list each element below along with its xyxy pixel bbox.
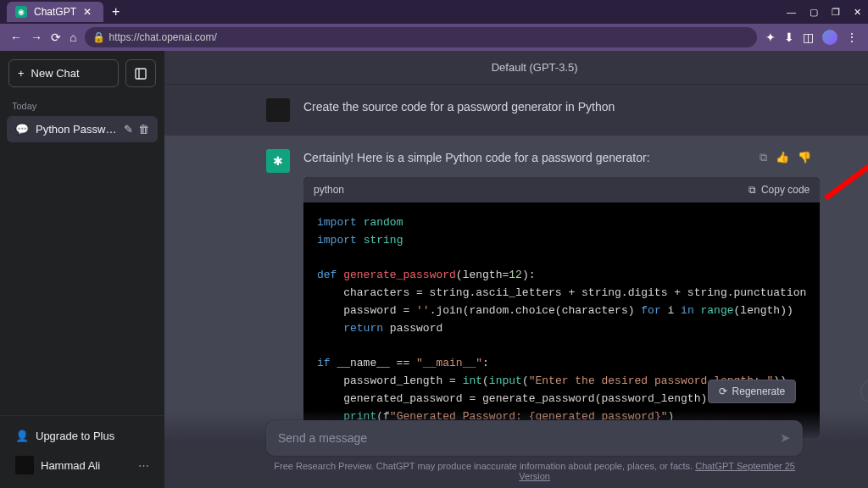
chatgpt-favicon: ◉: [15, 6, 27, 18]
window-controls: — ▢ ❐ ✕: [787, 7, 861, 18]
user-message-text: Create the source code for a password ge…: [303, 98, 820, 122]
lock-icon: 🔒: [93, 32, 103, 42]
send-button[interactable]: ➤: [780, 430, 791, 446]
chat-item-title: Python Password Gene: [36, 123, 117, 136]
panel-icon: [134, 67, 147, 80]
more-icon[interactable]: ⋯: [138, 459, 149, 472]
user-avatar: [15, 456, 34, 474]
chat-icon: 💬: [15, 123, 29, 136]
code-header: python ⧉ Copy code: [303, 177, 820, 202]
maximize-button[interactable]: ❐: [832, 7, 840, 18]
reload-button[interactable]: ⟳: [51, 30, 61, 44]
edit-icon[interactable]: ✎: [124, 123, 133, 136]
disclaimer-text: Free Research Preview. ChatGPT may produ…: [274, 461, 695, 471]
url-bar[interactable]: 🔒 https://chat.openai.com/: [85, 27, 757, 47]
refresh-icon: ⟳: [719, 385, 727, 397]
new-tab-button[interactable]: +: [107, 4, 125, 19]
profile-avatar[interactable]: [822, 30, 837, 45]
minimize-button[interactable]: —: [787, 7, 796, 18]
browser-tab[interactable]: ◉ ChatGPT ✕: [7, 2, 103, 22]
close-icon[interactable]: ✕: [83, 6, 95, 18]
clipboard-icon: ⧉: [748, 182, 756, 197]
upgrade-label: Upgrade to Plus: [36, 430, 114, 442]
code-lang-label: python: [314, 182, 344, 197]
browser-menu-icon[interactable]: ⋮: [846, 30, 858, 44]
model-label: Default (GPT-3.5): [492, 61, 578, 74]
svg-rect-0: [136, 69, 146, 79]
forward-button[interactable]: →: [31, 30, 42, 44]
disclaimer: Free Research Preview. ChatGPT may produ…: [266, 461, 803, 481]
thumbs-up-icon[interactable]: 👍: [776, 149, 789, 166]
delete-icon[interactable]: 🗑: [138, 123, 149, 136]
user-message-row: Create the source code for a password ge…: [164, 85, 868, 136]
message-input[interactable]: [278, 431, 780, 445]
user-message-avatar: [266, 98, 290, 122]
user-name: Hammad Ali: [41, 459, 100, 472]
home-button[interactable]: ⌂: [70, 30, 76, 44]
tab-strip: ◉ ChatGPT ✕ +: [7, 2, 125, 22]
copy-icon[interactable]: ⧉: [760, 149, 767, 166]
chat-history-item[interactable]: 💬 Python Password Gene ✎ 🗑: [7, 116, 158, 142]
input-area: ⟳ Regenerate ↓ ➤ Free Research Preview. …: [164, 410, 868, 488]
message-actions: ⧉ 👍 👎: [760, 149, 811, 166]
app-icon[interactable]: ◫: [803, 30, 814, 44]
sidebar-toggle-button[interactable]: [125, 59, 156, 87]
new-chat-button[interactable]: + New Chat: [8, 59, 119, 87]
regenerate-button[interactable]: ⟳ Regenerate: [708, 380, 797, 403]
extensions-icon[interactable]: ✦: [765, 30, 776, 44]
new-chat-label: New Chat: [31, 67, 80, 80]
chatgpt-app: + New Chat Today 💬 Python Password Gene …: [0, 51, 868, 488]
sidebar-section-today: Today: [0, 96, 164, 116]
download-icon[interactable]: ⬇: [784, 30, 794, 44]
assistant-avatar: ✱: [266, 149, 290, 173]
assistant-message-row: ✱ Certainly! Here is a simple Python cod…: [164, 136, 868, 452]
main-panel: Default (GPT-3.5) Create the source code…: [164, 51, 868, 488]
user-menu[interactable]: Hammad Ali ⋯: [7, 449, 158, 481]
sidebar: + New Chat Today 💬 Python Password Gene …: [0, 51, 164, 488]
thumbs-down-icon[interactable]: 👎: [798, 149, 811, 166]
tab-title: ChatGPT: [34, 6, 76, 18]
browser-titlebar: ◉ ChatGPT ✕ + — ▢ ❐ ✕: [0, 0, 868, 24]
url-text: https://chat.openai.com/: [108, 31, 216, 43]
plus-icon: +: [18, 67, 25, 80]
assistant-intro-text: Certainly! Here is a simple Python code …: [303, 149, 820, 167]
browser-toolbar: ← → ⟳ ⌂ 🔒 https://chat.openai.com/ ✦ ⬇ ◫…: [0, 24, 868, 51]
model-header: Default (GPT-3.5): [164, 51, 868, 85]
regenerate-label: Regenerate: [732, 385, 786, 397]
message-input-container: ➤: [266, 420, 803, 456]
back-button[interactable]: ←: [10, 30, 22, 44]
close-window-button[interactable]: ✕: [854, 7, 861, 18]
copy-code-label: Copy code: [761, 182, 810, 197]
expand-button[interactable]: ▢: [810, 7, 818, 18]
copy-code-button[interactable]: ⧉ Copy code: [748, 182, 810, 197]
upgrade-to-plus-button[interactable]: 👤 Upgrade to Plus: [7, 423, 158, 449]
person-icon: 👤: [15, 430, 29, 442]
